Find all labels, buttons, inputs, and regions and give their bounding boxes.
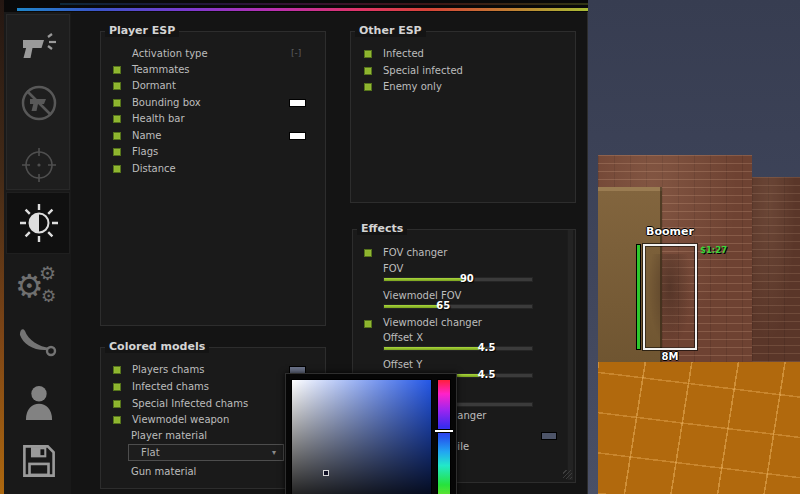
effects-resize-grip[interactable] xyxy=(563,470,572,479)
dormant-label: Dormant xyxy=(132,80,176,91)
crosshair-icon xyxy=(20,146,58,184)
flags-checkbox[interactable] xyxy=(113,148,121,156)
teammates-checkbox[interactable] xyxy=(113,66,121,74)
special-infected-label: Special infected xyxy=(383,65,463,76)
viewmodel-fov-slider-value: 65 xyxy=(436,300,450,311)
viewmodel-changer-label: Viewmodel changer xyxy=(383,317,482,328)
viewmodel-fov-slider[interactable]: 65 xyxy=(383,304,533,309)
bounding-box-checkbox[interactable] xyxy=(113,99,121,107)
brick-wall-right xyxy=(752,177,800,365)
floppy-save-icon xyxy=(20,442,58,480)
sidebar-item-save[interactable] xyxy=(18,440,60,482)
accent-gradient-bar xyxy=(17,8,588,11)
health-bar-label: Health bar xyxy=(132,113,185,124)
sidebar-item-player[interactable] xyxy=(18,382,60,424)
esp-health-bar xyxy=(636,244,641,350)
esp-flag-text: $1:27 xyxy=(700,245,727,255)
infected-label: Infected xyxy=(383,48,424,59)
health-bar-checkbox[interactable] xyxy=(113,115,121,123)
sidebar-item-visuals[interactable] xyxy=(18,202,60,244)
bounding-box-color-swatch[interactable] xyxy=(289,99,306,107)
sidebar-item-no-recoil[interactable] xyxy=(18,82,60,124)
esp-distance: 8M xyxy=(656,351,684,362)
flags-label: Flags xyxy=(132,146,158,157)
fov-slider-fill xyxy=(384,278,467,281)
gears-icon: ⚙ ⚙ ⚙ xyxy=(17,268,59,310)
fov-label: FOV xyxy=(383,263,403,274)
aimbot-gun-icon xyxy=(20,31,58,63)
offset-y-slider-value: 4.5 xyxy=(478,369,496,380)
players-chams-checkbox[interactable] xyxy=(113,366,121,374)
player-esp-panel xyxy=(100,31,326,326)
player-material-value: Flat xyxy=(141,447,160,458)
sidebar-item-aimbot[interactable] xyxy=(18,26,60,68)
viewmodel-fov-slider-fill xyxy=(384,305,443,308)
distance-label: Distance xyxy=(132,163,176,174)
player-esp-title: Player ESP xyxy=(105,24,179,37)
viewmodel-weapon-label: Viewmodel weapon xyxy=(132,414,229,425)
sidebar-item-knife[interactable] xyxy=(17,322,59,364)
accent-gradient-bar-faint xyxy=(60,3,588,5)
special-infected-chams-label: Special Infected chams xyxy=(132,398,248,409)
enemy-only-label: Enemy only xyxy=(383,81,442,92)
offset-x-label: Offset X xyxy=(383,332,423,343)
distance-checkbox[interactable] xyxy=(113,165,121,173)
colored-models-title: Colored models xyxy=(105,340,209,353)
other-esp-title: Other ESP xyxy=(355,24,426,37)
sidebar-item-crosshair[interactable] xyxy=(18,144,60,186)
color-picker-sv-cursor[interactable] xyxy=(323,470,329,476)
color-picker-sv-square[interactable] xyxy=(291,379,432,494)
player-material-label: Player material xyxy=(131,430,207,441)
occluded-color-swatch[interactable] xyxy=(541,432,557,440)
fov-changer-label: FOV changer xyxy=(383,247,447,258)
infected-chams-checkbox[interactable] xyxy=(113,383,121,391)
enemy-only-checkbox[interactable] xyxy=(364,83,372,91)
player-material-dropdown[interactable]: Flat ▾ xyxy=(128,444,284,461)
no-gun-icon xyxy=(19,83,59,123)
color-picker-hue-indicator[interactable] xyxy=(435,430,453,432)
gun-material-label: Gun material xyxy=(131,466,196,477)
special-infected-chams-checkbox[interactable] xyxy=(113,400,121,408)
offset-x-slider-value: 4.5 xyxy=(478,342,496,353)
name-color-swatch[interactable] xyxy=(289,132,306,140)
activation-keybind[interactable]: [-] xyxy=(291,48,301,58)
name-checkbox[interactable] xyxy=(113,132,121,140)
teammates-label: Teammates xyxy=(132,64,190,75)
esp-enemy-name: Boomer xyxy=(640,225,700,238)
chevron-down-icon: ▾ xyxy=(272,448,276,457)
infected-checkbox[interactable] xyxy=(364,50,372,58)
name-label: Name xyxy=(132,130,162,141)
person-icon xyxy=(20,383,58,423)
color-picker-hue-bar[interactable] xyxy=(437,379,451,494)
offset-x-slider[interactable]: 4.5 xyxy=(383,346,533,351)
sidebar-item-settings[interactable]: ⚙ ⚙ ⚙ xyxy=(17,268,59,310)
offset-x-slider-fill xyxy=(384,347,485,350)
sun-brightness-icon xyxy=(18,202,60,244)
fov-changer-checkbox[interactable] xyxy=(364,249,372,257)
karambit-knife-icon xyxy=(17,328,59,358)
viewmodel-weapon-checkbox[interactable] xyxy=(113,416,121,424)
effects-scrollbar[interactable] xyxy=(567,230,573,480)
infected-chams-label: Infected chams xyxy=(132,381,209,392)
viewmodel-changer-checkbox[interactable] xyxy=(364,320,372,328)
bounding-box-label: Bounding box xyxy=(132,97,201,108)
offset-y-label: Offset Y xyxy=(383,359,422,370)
esp-bounding-box xyxy=(643,244,697,350)
players-chams-label: Players chams xyxy=(132,364,204,375)
ground xyxy=(598,362,800,494)
fov-slider[interactable]: 90 xyxy=(383,277,533,282)
effects-title: Effects xyxy=(357,222,407,235)
special-infected-checkbox[interactable] xyxy=(364,67,372,75)
activation-type-label: Activation type xyxy=(132,48,208,59)
dormant-checkbox[interactable] xyxy=(113,82,121,90)
fov-slider-value: 90 xyxy=(460,273,474,284)
